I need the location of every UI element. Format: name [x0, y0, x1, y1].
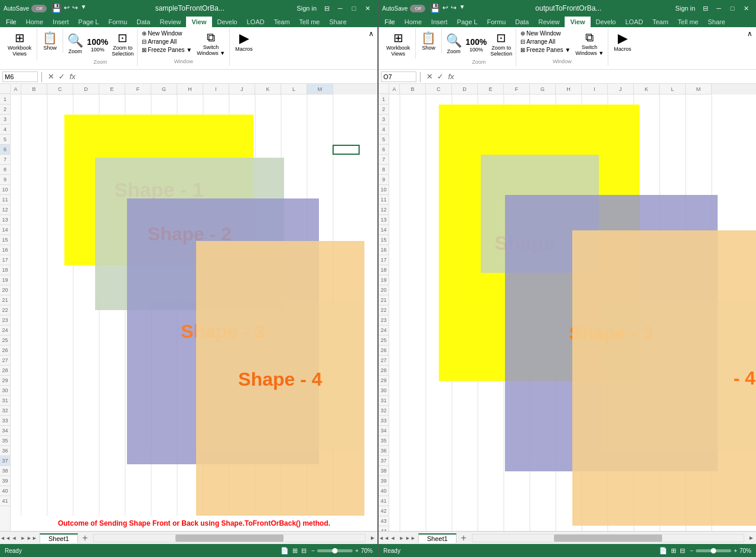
dropdown-icon-left[interactable]: ▼ — [80, 4, 86, 13]
tab-file-left[interactable]: File — [1, 17, 21, 27]
show-btn-right[interactable]: 📋 Show — [419, 30, 438, 52]
arrange-all-btn-right[interactable]: ⊟Arrange All — [519, 38, 572, 45]
tab-share-left[interactable]: Share — [324, 17, 351, 27]
minimize-right[interactable]: ─ — [712, 3, 725, 14]
ribbon-collapse-left[interactable]: ∧ — [367, 28, 375, 39]
tab-file-right[interactable]: File — [380, 17, 400, 27]
macros-btn-right[interactable]: ▶ Macros — [612, 30, 633, 53]
tab-develo-right[interactable]: Develo — [591, 17, 620, 27]
shape-4-left[interactable]: Shape - 4 — [196, 241, 364, 517]
sheet-scroll-right-left[interactable]: ►► — [28, 534, 36, 542]
minimize-left[interactable]: ─ — [334, 3, 347, 14]
freeze-panes-btn-right[interactable]: ⊠Freeze Panes ▼ — [519, 46, 572, 54]
cells-area-left[interactable]: Shape - 1 Shape - 2 Shape - 3 Shape - — [11, 95, 377, 531]
sheet-tab-sheet1-right[interactable]: Sheet1 — [418, 533, 457, 543]
sheet-scroll-next-left[interactable]: ► — [19, 534, 27, 542]
cancel-icon-right[interactable]: ✕ — [425, 72, 434, 81]
page-break-icon-right[interactable]: ⊟ — [680, 547, 685, 555]
tab-pagel-right[interactable]: Page L — [452, 17, 483, 27]
autosave-toggle-right[interactable]: Off — [410, 5, 425, 12]
h-scroll-right-right[interactable]: ► — [747, 535, 756, 541]
confirm-icon-left[interactable]: ✓ — [57, 72, 66, 81]
workbook-views-btn-left[interactable]: ⊞ WorkbookViews — [6, 30, 33, 58]
close-left[interactable]: ✕ — [361, 3, 374, 14]
zoom-in-left[interactable]: + — [355, 548, 359, 554]
switch-windows-btn-right[interactable]: ⧉ SwitchWindows ▼ — [573, 30, 605, 57]
sheet-scroll-left-right[interactable]: ◄◄ — [380, 534, 388, 542]
tab-develo-left[interactable]: Develo — [212, 17, 242, 27]
sheet-scroll-prev-right[interactable]: ◄ — [389, 534, 397, 542]
save-icon-left[interactable]: 💾 — [51, 4, 61, 13]
zoom-out-right[interactable]: − — [690, 548, 693, 554]
new-window-btn-right[interactable]: ⊕New Window — [519, 30, 572, 37]
layout-icon-right[interactable]: ⊞ — [671, 547, 676, 555]
tab-load-right[interactable]: LOAD — [621, 17, 648, 27]
page-view-icon-left[interactable]: 📄 — [281, 547, 289, 555]
zoom-100-btn-right[interactable]: 100% 100% — [464, 34, 488, 54]
tab-load-left[interactable]: LOAD — [242, 17, 269, 27]
undo-icon-right[interactable]: ↩ — [442, 4, 448, 13]
zoom-btn-right[interactable]: 🔍 Zoom — [444, 32, 463, 56]
h-scroll-right-left[interactable]: ► — [368, 535, 377, 541]
tab-insert-right[interactable]: Insert — [426, 17, 452, 27]
sheet-scroll-right-right[interactable]: ►► — [406, 534, 415, 542]
shape-4-right[interactable]: - 4 — [572, 230, 756, 526]
tab-tellme-left[interactable]: Tell me — [295, 17, 325, 27]
add-sheet-left[interactable]: + — [79, 532, 91, 544]
cells-area-right[interactable]: Shape - 1 Shape - 3 - 4 — [389, 95, 756, 531]
tab-formu-left[interactable]: Formu — [103, 17, 132, 27]
ribbon-toggle-right[interactable]: ⊟ — [699, 3, 712, 14]
zoom-btn-left[interactable]: 🔍 Zoom — [66, 32, 84, 56]
tab-home-right[interactable]: Home — [400, 17, 426, 27]
ribbon-collapse-right[interactable]: ∧ — [746, 28, 754, 39]
zoom-in-right[interactable]: + — [734, 548, 737, 554]
add-sheet-right[interactable]: + — [458, 532, 470, 544]
sheet-tab-sheet1-left[interactable]: Sheet1 — [40, 533, 78, 543]
maximize-right[interactable]: □ — [726, 3, 739, 14]
sheet-scroll-prev-left[interactable]: ◄ — [10, 534, 18, 542]
zoom-to-selection-btn-right[interactable]: ⊡ Zoom toSelection — [489, 30, 513, 58]
page-view-icon-right[interactable]: 📄 — [659, 547, 667, 555]
tab-data-right[interactable]: Data — [510, 17, 533, 27]
switch-windows-btn-left[interactable]: ⧉ SwitchWindows ▼ — [195, 30, 227, 57]
tab-view-right[interactable]: View — [565, 17, 591, 27]
freeze-panes-btn-left[interactable]: ⊠Freeze Panes ▼ — [140, 46, 194, 54]
ribbon-toggle-left[interactable]: ⊟ — [320, 3, 333, 14]
tab-review-left[interactable]: Review — [155, 17, 186, 27]
tab-view-left[interactable]: View — [186, 17, 213, 27]
workbook-views-btn-right[interactable]: ⊞ WorkbookViews — [384, 30, 412, 58]
arrange-all-btn-left[interactable]: ⊟Arrange All — [140, 38, 194, 45]
formula-input-right[interactable] — [458, 73, 754, 80]
autosave-toggle-left[interactable]: Off — [31, 5, 47, 12]
tab-review-right[interactable]: Review — [534, 17, 565, 27]
tab-team-right[interactable]: Team — [648, 17, 673, 27]
tab-home-left[interactable]: Home — [21, 17, 48, 27]
formula-input-left[interactable] — [79, 73, 375, 80]
tab-pagel-left[interactable]: Page L — [74, 17, 104, 27]
tab-team-left[interactable]: Team — [269, 17, 295, 27]
zoom-to-selection-btn-left[interactable]: ⊡ Zoom toSelection — [110, 30, 135, 58]
sheet-scroll-next-right[interactable]: ► — [397, 534, 406, 542]
save-icon-right[interactable]: 💾 — [430, 4, 440, 13]
cell-ref-left[interactable] — [2, 71, 38, 82]
macros-btn-left[interactable]: ▶ Macros — [233, 30, 255, 53]
tab-tellme-right[interactable]: Tell me — [673, 17, 703, 27]
sign-in-right[interactable]: Sign in — [672, 5, 699, 12]
show-btn-left[interactable]: 📋 Show — [41, 30, 59, 52]
sheet-scroll-left-left[interactable]: ◄◄ — [1, 534, 9, 542]
undo-icon-left[interactable]: ↩ — [64, 4, 70, 13]
cancel-icon-left[interactable]: ✕ — [47, 72, 56, 81]
page-break-icon-left[interactable]: ⊟ — [301, 547, 307, 555]
zoom-out-left[interactable]: − — [311, 548, 315, 554]
dropdown-icon-right[interactable]: ▼ — [459, 4, 465, 13]
tab-insert-left[interactable]: Insert — [48, 17, 74, 27]
tab-share-right[interactable]: Share — [703, 17, 729, 27]
close-right[interactable]: ✕ — [739, 3, 752, 14]
tab-data-left[interactable]: Data — [132, 17, 155, 27]
tab-formu-right[interactable]: Formu — [482, 17, 510, 27]
maximize-left[interactable]: □ — [347, 3, 360, 14]
zoom-100-btn-left[interactable]: 100% 100% — [86, 34, 109, 54]
sign-in-left[interactable]: Sign in — [293, 5, 320, 12]
confirm-icon-right[interactable]: ✓ — [436, 72, 445, 81]
cell-ref-right[interactable] — [381, 71, 416, 82]
